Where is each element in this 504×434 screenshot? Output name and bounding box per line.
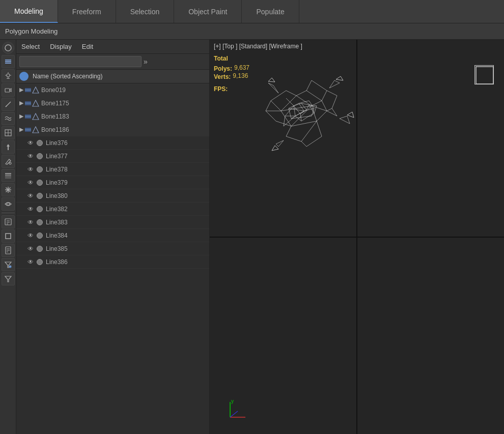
visibility-eye-icon[interactable]: 👁	[27, 192, 34, 199]
svg-line-87	[301, 141, 306, 147]
svg-line-101	[268, 83, 273, 85]
visibility-eye-icon[interactable]: 👁	[27, 245, 34, 252]
list-item[interactable]: 👁 Line379	[16, 176, 209, 189]
viewport-area: [+] [Top ] [Standard] [Wireframe ] Total…	[210, 40, 504, 434]
svg-rect-19	[5, 173, 11, 175]
list-item[interactable]: ▶ Bone1186	[16, 123, 209, 136]
viewport-top-left[interactable]: [+] [Top ] [Standard] [Wireframe ] Total…	[210, 40, 356, 237]
svg-rect-52	[25, 129, 31, 131]
svg-text:y: y	[231, 398, 234, 404]
tool-grid[interactable]	[2, 126, 15, 139]
svg-rect-3	[5, 63, 11, 64]
tool-document[interactable]	[2, 244, 15, 257]
visibility-eye-icon[interactable]: 👁	[27, 232, 34, 239]
object-circle-icon	[37, 193, 43, 199]
visibility-eye-icon[interactable]: 👁	[27, 166, 34, 173]
svg-rect-1	[5, 60, 11, 61]
svg-line-61	[296, 91, 306, 96]
fps-label: FPS:	[214, 85, 249, 93]
list-item[interactable]: 👁 Line378	[16, 163, 209, 176]
tool-visibility[interactable]	[2, 197, 15, 211]
list-item[interactable]: 👁 Line380	[16, 189, 209, 202]
svg-point-26	[7, 203, 9, 206]
svg-marker-47	[33, 100, 39, 106]
tool-freeze[interactable]	[2, 183, 15, 196]
viewport-bottom-left[interactable]: y	[210, 238, 356, 435]
tool-ruler[interactable]	[2, 98, 15, 111]
svg-line-104	[334, 80, 340, 83]
list-item[interactable]: 👁 Line385	[16, 242, 209, 255]
list-item[interactable]: ▶ Bone1183	[16, 110, 209, 123]
tab-selection[interactable]: Selection	[116, 0, 175, 23]
list-item[interactable]: 👁 Line382	[16, 202, 209, 216]
svg-line-79	[306, 80, 312, 91]
svg-line-110	[276, 144, 278, 147]
svg-rect-136	[476, 67, 493, 84]
tab-object-paint[interactable]: Object Paint	[174, 0, 242, 23]
polys-label: Polys:	[214, 65, 232, 72]
svg-rect-10	[5, 89, 10, 92]
svg-line-125	[309, 105, 317, 106]
svg-line-121	[285, 106, 294, 116]
svg-line-82	[327, 91, 337, 96]
sub-bar: Polygon Modeling	[0, 23, 504, 40]
tool-camera[interactable]	[2, 83, 15, 97]
list-item[interactable]: 👁 Line386	[16, 255, 209, 269]
item-name-text: Bone1186	[41, 126, 69, 133]
tool-filter[interactable]	[2, 258, 15, 271]
viewport-header: [+] [Top ] [Standard] [Wireframe ]	[214, 43, 304, 50]
object-circle-icon	[37, 246, 43, 252]
svg-point-18	[9, 162, 11, 164]
tool-square[interactable]	[2, 229, 15, 243]
expand-arrow-icon: ▶	[19, 113, 23, 120]
object-circle-icon	[37, 259, 43, 265]
list-item[interactable]: 👁 Line377	[16, 150, 209, 163]
tool-light[interactable]	[2, 69, 15, 82]
list-item[interactable]: 👁 Line376	[16, 136, 209, 150]
scene-menu-select[interactable]: Select	[19, 42, 42, 51]
scene-menu-display[interactable]: Display	[48, 42, 74, 51]
tool-paint[interactable]	[2, 155, 15, 168]
scene-menu-edit[interactable]: Edit	[80, 42, 95, 51]
svg-line-93	[289, 108, 291, 119]
tool-filter2[interactable]	[2, 272, 15, 285]
expand-arrow[interactable]: »	[144, 57, 148, 66]
svg-line-67	[291, 121, 317, 126]
visibility-eye-icon[interactable]: 👁	[27, 219, 34, 226]
tool-stack[interactable]	[2, 169, 15, 182]
visibility-eye-icon[interactable]: 👁	[27, 139, 34, 147]
object-circle-icon	[37, 180, 43, 186]
svg-rect-48	[25, 115, 31, 118]
svg-marker-43	[33, 87, 39, 93]
visibility-eye-icon[interactable]: 👁	[27, 206, 34, 213]
header-indicator	[19, 72, 29, 81]
tool-sphere[interactable]	[2, 42, 14, 54]
list-item[interactable]: ▶ Bone019	[16, 83, 209, 97]
search-input[interactable]	[19, 56, 142, 67]
tab-modeling[interactable]: Modeling	[0, 0, 58, 23]
list-item[interactable]: 👁 Line384	[16, 229, 209, 242]
svg-line-84	[327, 108, 332, 111]
list-item[interactable]: ▶ Bone1175	[16, 97, 209, 110]
visibility-eye-icon[interactable]: 👁	[27, 179, 34, 186]
tool-notes[interactable]	[2, 215, 15, 228]
svg-rect-49	[25, 114, 31, 115]
viewport-bottom-right[interactable]	[357, 238, 504, 435]
tool-waves[interactable]	[2, 112, 15, 125]
tool-move[interactable]	[2, 140, 15, 154]
tab-populate[interactable]: Populate	[242, 0, 299, 23]
tool-layers[interactable]	[2, 55, 15, 68]
list-item[interactable]: 👁 Line383	[16, 216, 209, 229]
visibility-eye-icon[interactable]: 👁	[27, 258, 34, 266]
svg-rect-42	[25, 91, 31, 92]
svg-line-62	[306, 91, 322, 101]
scene-list[interactable]: ▶ Bone019 ▶	[16, 83, 209, 434]
viewport-top-right[interactable]	[357, 40, 504, 237]
svg-line-106	[340, 116, 347, 119]
tab-freeform[interactable]: Freeform	[58, 0, 116, 23]
svg-rect-53	[25, 128, 31, 129]
visibility-eye-icon[interactable]: 👁	[27, 153, 34, 160]
polys-value: 9,637	[234, 64, 249, 72]
svg-rect-44	[25, 102, 31, 104]
item-name-text: Line383	[46, 219, 68, 226]
